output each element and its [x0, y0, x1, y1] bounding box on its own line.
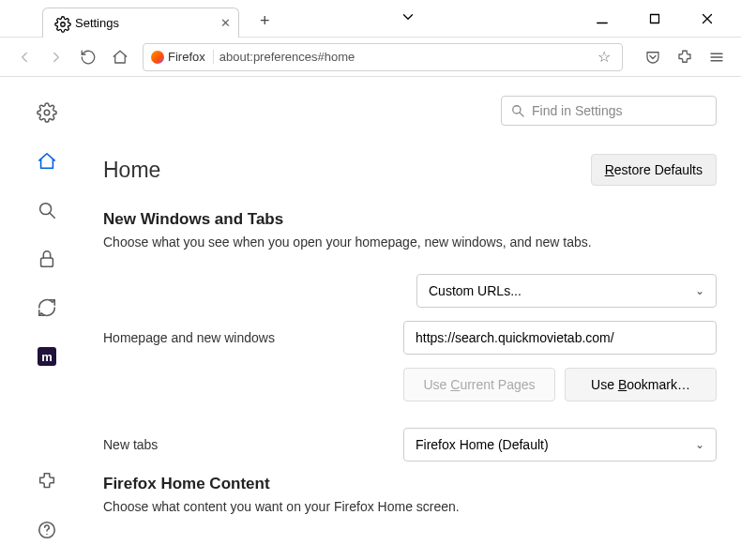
svg-rect-11: [41, 258, 53, 266]
extensions-icon[interactable]: [675, 48, 694, 67]
url-text: about:preferences#home: [219, 50, 588, 64]
svg-line-15: [520, 113, 523, 116]
bookmark-star-icon[interactable]: ☆: [594, 48, 614, 66]
maximize-button[interactable]: [638, 5, 672, 33]
newtabs-dropdown[interactable]: Firefox Home (Default) ⌄: [403, 428, 717, 462]
sidebar-item-general[interactable]: [30, 96, 64, 129]
sidebar-item-more[interactable]: m: [30, 340, 64, 373]
restore-defaults-button[interactable]: Restore Defaults: [591, 154, 717, 186]
section-heading-new-windows: New Windows and Tabs: [103, 210, 717, 229]
tab-title: Settings: [75, 16, 119, 30]
homepage-mode-dropdown[interactable]: Custom URLs... ⌄: [416, 274, 717, 308]
sidebar-item-sync[interactable]: [30, 291, 64, 325]
toolbar-right: [643, 48, 726, 67]
home-button[interactable]: [111, 48, 129, 67]
use-current-pages-button[interactable]: Use Current Pages: [403, 368, 555, 401]
window-controls: [585, 5, 741, 33]
app-menu-button[interactable]: [707, 48, 726, 67]
pocket-icon[interactable]: [643, 48, 662, 67]
forward-button[interactable]: [47, 48, 66, 67]
find-in-settings-input[interactable]: Find in Settings: [501, 96, 717, 126]
newtabs-value: Firefox Home (Default): [416, 437, 549, 452]
minimize-button[interactable]: [585, 5, 619, 33]
settings-main: Find in Settings Home Restore Defaults N…: [94, 77, 741, 560]
url-identity[interactable]: Firefox: [151, 50, 214, 64]
use-bookmark-button[interactable]: Use Bookmark…: [565, 368, 717, 401]
content-area: m Find in Settings Home Restore Defaults…: [0, 77, 741, 560]
chevron-down-icon: ⌄: [695, 284, 704, 297]
new-tab-button[interactable]: +: [252, 8, 278, 35]
tabs-overflow-button[interactable]: [400, 8, 416, 29]
section-heading-home-content: Firefox Home Content: [103, 475, 717, 493]
sidebar-item-home[interactable]: [30, 144, 64, 178]
svg-point-8: [44, 110, 50, 115]
section2-description: Choose what content you want on your Fir…: [103, 499, 717, 514]
settings-sidebar: m: [0, 77, 94, 560]
gear-icon: [54, 16, 68, 29]
sidebar-item-extensions[interactable]: [30, 464, 64, 498]
homepage-url-input[interactable]: [403, 321, 717, 355]
section-description: Choose what you see when you open your h…: [103, 235, 717, 250]
sidebar-item-privacy[interactable]: [30, 242, 64, 276]
url-bar[interactable]: Firefox about:preferences#home ☆: [143, 43, 623, 71]
homepage-label: Homepage and new windows: [103, 330, 403, 345]
page-title: Home: [103, 158, 160, 183]
url-badge-text: Firefox: [168, 50, 205, 64]
sidebar-item-search[interactable]: [30, 193, 64, 227]
browser-tab-settings[interactable]: Settings ✕: [42, 8, 239, 38]
newtabs-label: New tabs: [103, 437, 403, 452]
browser-toolbar: Firefox about:preferences#home ☆: [0, 38, 741, 77]
find-placeholder: Find in Settings: [532, 103, 623, 118]
firefox-icon: [151, 51, 164, 64]
sidebar-item-help[interactable]: [30, 513, 64, 547]
homepage-mode-value: Custom URLs...: [429, 283, 522, 298]
back-button[interactable]: [15, 48, 34, 67]
close-window-button[interactable]: [690, 5, 724, 33]
window-titlebar: Settings ✕ +: [0, 0, 741, 38]
svg-rect-2: [650, 14, 658, 23]
svg-point-0: [61, 23, 66, 27]
restore-rest: estore Defaults: [614, 162, 703, 177]
m-badge-icon: m: [38, 347, 56, 366]
chevron-down-icon: ⌄: [695, 438, 704, 451]
svg-line-10: [50, 213, 54, 218]
reload-button[interactable]: [79, 48, 98, 67]
close-icon[interactable]: ✕: [220, 16, 231, 30]
